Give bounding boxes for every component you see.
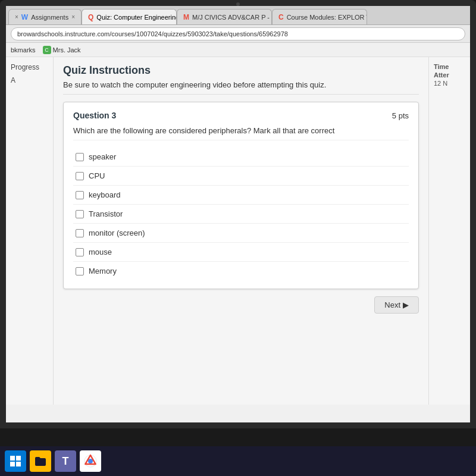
address-bar[interactable]: browardschools.instructure.com/courses/1…	[11, 27, 465, 40]
checkbox-transistor[interactable]	[76, 210, 84, 218]
answer-label-transistor: Transistor	[89, 209, 123, 218]
answer-label-cpu: CPU	[89, 171, 105, 180]
answer-option-transistor[interactable]: Transistor	[73, 205, 409, 224]
right-sidebar: Time Atter 12 N	[428, 57, 470, 405]
question-text: Which are the following are considered p…	[73, 126, 409, 140]
sidebar-a-label: A	[11, 76, 15, 84]
checkbox-monitor[interactable]	[76, 229, 84, 237]
tab-civics[interactable]: M M/J CIVICS ADV&CAR P - Nav... ×	[177, 9, 272, 24]
checkbox-mouse[interactable]	[76, 248, 84, 256]
svg-rect-1	[16, 456, 21, 461]
bookmark-bkmarks[interactable]: bkmarks	[11, 46, 36, 54]
teams-logo-icon: T	[62, 455, 69, 468]
taskbar-chrome-icon[interactable]	[80, 450, 101, 472]
page-content: Progress A Quiz Instructions Be sure to …	[6, 57, 470, 405]
answer-label-monitor: monitor (screen)	[89, 228, 145, 237]
nav-buttons: Next ▶	[63, 296, 419, 314]
bookmark-mrsjack[interactable]: C Mrs. Jack	[43, 46, 81, 54]
tab-modules[interactable]: C Course Modules: EXPLOR TEC... ×	[272, 9, 367, 24]
chrome-logo-icon	[83, 454, 98, 468]
address-text: browardschools.instructure.com/courses/1…	[17, 30, 288, 37]
answer-option-memory[interactable]: Memory	[73, 262, 409, 280]
instructions-text: Be sure to watch the computer engineerin…	[63, 80, 419, 95]
tab-x-assignments[interactable]: ×	[15, 14, 18, 20]
bookmark-mrsjack-icon: C	[43, 46, 51, 54]
taskbar-files-icon[interactable]	[30, 450, 51, 472]
next-arrow-icon: ▶	[403, 300, 409, 309]
tab-label-quiz: Quiz: Computer Engineering c...	[96, 14, 177, 21]
bookmark-mrsjack-label: Mrs. Jack	[53, 46, 81, 54]
taskbar: T	[0, 446, 476, 476]
taskbar-windows-icon[interactable]	[5, 450, 26, 472]
answer-option-keyboard[interactable]: keyboard	[73, 186, 409, 205]
tab-close-assignments[interactable]: ×	[71, 14, 75, 20]
answer-option-speaker[interactable]: speaker	[73, 148, 409, 167]
answer-option-mouse[interactable]: mouse	[73, 243, 409, 262]
next-button-label: Next	[384, 300, 400, 309]
time-label: Time	[434, 63, 465, 70]
answer-option-monitor[interactable]: monitor (screen)	[73, 224, 409, 243]
tab-icon-modules: C	[278, 13, 284, 21]
windows-logo-icon	[10, 455, 21, 467]
attempts-label: Atter	[434, 71, 465, 79]
tab-label-modules: Course Modules: EXPLOR TEC...	[287, 14, 367, 21]
tab-icon-quiz: Q	[88, 13, 93, 21]
answer-options: speaker CPU keyboard Trans	[73, 148, 409, 280]
browser-screen: × W Assignments × Q Quiz: Computer Engin…	[6, 6, 470, 422]
question-number: Question 3	[73, 111, 116, 120]
svg-rect-0	[10, 456, 15, 461]
checkbox-keyboard[interactable]	[76, 191, 84, 199]
bookmark-bkmarks-label: bkmarks	[11, 46, 36, 54]
checkbox-memory[interactable]	[76, 267, 84, 275]
left-sidebar: Progress A	[6, 57, 54, 405]
taskbar-teams-icon[interactable]: T	[55, 450, 76, 472]
answer-label-memory: Memory	[89, 267, 117, 275]
svg-rect-3	[16, 462, 21, 466]
svg-point-6	[89, 459, 92, 463]
checkbox-cpu[interactable]	[76, 172, 84, 180]
question-points: 5 pts	[392, 111, 409, 120]
sidebar-progress[interactable]: Progress	[11, 63, 48, 71]
tab-label-civics: M/J CIVICS ADV&CAR P - Nav...	[192, 14, 272, 21]
tab-label-assignments: Assignments	[31, 14, 68, 21]
page-title: Quiz Instructions	[63, 64, 419, 77]
tab-assignments[interactable]: × W Assignments ×	[8, 9, 82, 24]
main-content: Quiz Instructions Be sure to watch the c…	[54, 57, 428, 405]
tab-quiz[interactable]: Q Quiz: Computer Engineering c... ×	[82, 9, 177, 24]
next-button[interactable]: Next ▶	[374, 296, 419, 314]
sidebar-progress-label: Progress	[11, 63, 39, 71]
question-header: Question 3 5 pts	[73, 111, 409, 120]
files-folder-icon	[34, 455, 47, 468]
answer-label-keyboard: keyboard	[89, 190, 120, 199]
browser-tabs: × W Assignments × Q Quiz: Computer Engin…	[6, 6, 470, 25]
address-bar-row: browardschools.instructure.com/courses/1…	[6, 25, 470, 43]
answer-label-speaker: speaker	[89, 152, 116, 161]
tab-icon-assignments: W	[21, 13, 28, 21]
svg-rect-2	[10, 462, 15, 466]
question-card: Question 3 5 pts Which are the following…	[63, 102, 419, 289]
checkbox-speaker[interactable]	[76, 153, 84, 161]
tab-icon-civics: M	[183, 13, 189, 21]
answer-option-cpu[interactable]: CPU	[73, 167, 409, 186]
attempts-value: 12 N	[434, 80, 465, 87]
sidebar-a[interactable]: A	[11, 76, 48, 84]
answer-label-mouse: mouse	[89, 248, 112, 256]
bookmarks-bar: bkmarks C Mrs. Jack	[6, 43, 470, 57]
